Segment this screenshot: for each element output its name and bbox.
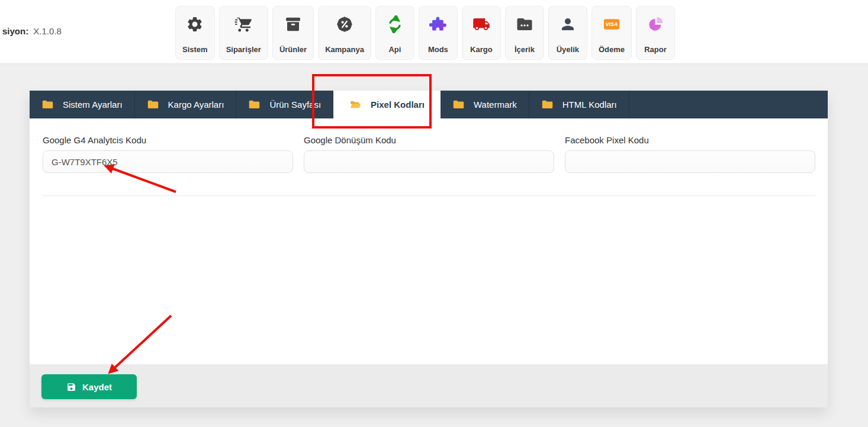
nav-item-label: Üyelik	[557, 45, 579, 54]
google-donusum-input[interactable]	[304, 150, 554, 173]
tab-panel: Google G4 Analytcis Kodu Google Dönüşüm …	[30, 118, 828, 364]
nav-item-siparisler[interactable]: Siparişler	[219, 6, 268, 60]
nav-item-label: İçerik	[515, 45, 535, 54]
gear-icon	[185, 15, 204, 34]
tab-kargo-ayarlari[interactable]: Kargo Ayarları	[135, 91, 237, 118]
puzzle-icon	[429, 15, 448, 34]
visa-icon: VISA	[602, 15, 621, 34]
folder-icon	[248, 98, 261, 111]
recycle-icon	[385, 15, 404, 34]
tab-watermark[interactable]: Watermark	[441, 91, 529, 118]
nav-item-uyelik[interactable]: Üyelik	[548, 6, 587, 60]
tab-html-kodlari[interactable]: HTML Kodları	[529, 91, 629, 118]
facebook-pixel-input[interactable]	[565, 150, 815, 173]
nav-item-kampanya[interactable]: Kampanya	[318, 6, 371, 60]
card-footer: Kaydet	[30, 364, 828, 407]
version-text: siyon: X.1.0.8	[2, 26, 62, 36]
nav-item-urunler[interactable]: Ürünler	[272, 6, 314, 60]
folder-icon	[452, 98, 465, 111]
top-nav: Sistem Siparişler Ürünler Kampanya Api	[175, 6, 675, 60]
nav-item-label: Sistem	[182, 45, 208, 54]
nav-item-label: Rapor	[644, 45, 667, 54]
save-button[interactable]: Kaydet	[41, 374, 137, 399]
field-label-facebook-pixel: Facebook Pixel Kodu	[565, 135, 815, 145]
nav-item-label: Mods	[428, 45, 448, 54]
nav-item-label: Api	[388, 45, 401, 54]
tab-label: Ürün Sayfası	[269, 99, 321, 110]
tab-label: Pixel Kodları	[371, 99, 425, 110]
folder-icon	[41, 98, 54, 111]
tab-sistem-ayarlari[interactable]: Sistem Ayarları	[30, 91, 135, 118]
open-folder-icon	[349, 98, 362, 111]
nav-item-rapor[interactable]: Rapor	[636, 6, 675, 60]
nav-item-api[interactable]: Api	[375, 6, 414, 60]
discount-badge-icon	[335, 15, 354, 34]
version-value: X.1.0.8	[33, 26, 62, 36]
pixel-form: Google G4 Analytcis Kodu Google Dönüşüm …	[43, 135, 815, 173]
nav-item-label: Kargo	[470, 45, 493, 54]
folder-icon	[147, 98, 159, 111]
nav-item-label: Ürünler	[279, 45, 307, 54]
field-label-google-donusum: Google Dönüşüm Kodu	[304, 135, 554, 145]
visa-wordmark: VISA	[606, 21, 618, 27]
nav-item-kargo[interactable]: Kargo	[462, 6, 501, 60]
settings-tabs: Sistem Ayarları Kargo Ayarları Ürün Sayf…	[30, 91, 828, 118]
box-icon	[284, 15, 303, 34]
nav-item-mods[interactable]: Mods	[419, 6, 458, 60]
form-field: Google G4 Analytcis Kodu	[43, 135, 293, 173]
tab-label: Watermark	[474, 99, 517, 110]
form-field: Google Dönüşüm Kodu	[304, 135, 554, 173]
tab-pixel-kodlari[interactable]: Pixel Kodları	[333, 91, 441, 118]
truck-icon	[472, 15, 491, 34]
tab-urun-sayfasi[interactable]: Ürün Sayfası	[236, 91, 333, 118]
settings-card: Sistem Ayarları Kargo Ayarları Ürün Sayf…	[30, 91, 828, 407]
top-header: siyon: X.1.0.8 Sistem Siparişler Ürünler	[0, 0, 868, 64]
nav-item-label: Kampanya	[325, 45, 364, 54]
tab-label: HTML Kodları	[562, 99, 617, 110]
nav-item-sistem[interactable]: Sistem	[175, 6, 215, 60]
field-label-google-g4: Google G4 Analytcis Kodu	[43, 135, 293, 145]
nav-item-label: Ödeme	[599, 45, 625, 54]
pie-chart-icon	[646, 15, 665, 34]
cart-icon	[234, 15, 253, 34]
tab-label: Kargo Ayarları	[168, 99, 224, 110]
nav-item-odeme[interactable]: VISA Ödeme	[591, 6, 632, 60]
tab-label: Sistem Ayarları	[63, 99, 123, 110]
save-icon	[66, 382, 76, 392]
save-button-label: Kaydet	[82, 382, 112, 392]
form-field: Facebook Pixel Kodu	[565, 135, 815, 173]
nav-item-label: Siparişler	[226, 45, 261, 54]
version-label: siyon:	[2, 26, 28, 36]
nav-item-icerik[interactable]: İçerik	[505, 6, 544, 60]
folder-icon	[541, 98, 554, 111]
content-folder-icon	[515, 15, 534, 34]
google-g4-analytics-input[interactable]	[43, 150, 293, 173]
divider	[43, 195, 815, 196]
person-icon	[558, 15, 577, 34]
